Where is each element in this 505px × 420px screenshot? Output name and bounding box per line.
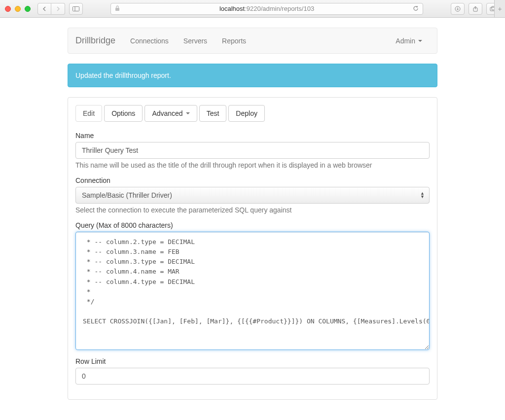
tab-options[interactable]: Options [104, 105, 143, 122]
svg-rect-0 [73, 6, 79, 11]
rowlimit-label: Row Limit [75, 357, 430, 365]
url-text: localhost:9220/admin/reports/103 [219, 5, 314, 12]
tab-advanced[interactable]: Advanced [144, 105, 197, 122]
back-button[interactable] [37, 3, 51, 15]
connection-select[interactable]: Sample/Basic (Thriller Driver) [75, 187, 430, 204]
query-textarea[interactable] [75, 232, 430, 350]
nav-admin-label: Admin [396, 37, 415, 45]
report-editor-panel: Edit Options Advanced Test Deploy Name T… [68, 97, 437, 400]
address-bar[interactable]: localhost:9220/admin/reports/103 [110, 3, 423, 15]
name-label: Name [75, 132, 430, 140]
page-viewport[interactable]: Drillbridge Connections Servers Reports … [0, 18, 505, 420]
caret-down-icon [186, 112, 190, 114]
browser-toolbar: localhost:9220/admin/reports/103 + [0, 0, 505, 18]
editor-tabs: Edit Options Advanced Test Deploy [75, 105, 430, 122]
name-input[interactable] [75, 142, 430, 159]
new-tab-button[interactable]: + [494, 0, 505, 17]
nav-admin-dropdown[interactable]: Admin [388, 30, 430, 52]
window-zoom-button[interactable] [25, 6, 31, 12]
tab-edit[interactable]: Edit [75, 105, 102, 122]
window-minimize-button[interactable] [15, 6, 21, 12]
query-label: Query (Max of 8000 characters) [75, 221, 430, 229]
downloads-button[interactable] [451, 3, 465, 15]
tab-test[interactable]: Test [199, 105, 227, 122]
alert-success: Updated the drillthrough report. [68, 64, 437, 87]
brand-link[interactable]: Drillbridge [75, 28, 123, 53]
connection-label: Connection [75, 176, 430, 184]
sidebar-toggle-button[interactable] [69, 3, 83, 15]
reload-icon[interactable] [413, 5, 419, 13]
traffic-lights [5, 6, 31, 12]
caret-down-icon [418, 40, 422, 42]
forward-button[interactable] [51, 3, 65, 15]
nav-reports[interactable]: Reports [215, 30, 253, 52]
alert-message: Updated the drillthrough report. [75, 71, 171, 79]
rowlimit-input[interactable] [75, 368, 430, 385]
svg-rect-2 [115, 8, 119, 11]
window-close-button[interactable] [5, 6, 11, 12]
connection-help: Select the connection to execute the par… [75, 206, 430, 214]
lock-icon [115, 5, 120, 12]
share-button[interactable] [469, 3, 482, 15]
app-navbar: Drillbridge Connections Servers Reports … [68, 28, 437, 54]
nav-connections[interactable]: Connections [123, 30, 176, 52]
tab-deploy[interactable]: Deploy [228, 105, 265, 122]
tab-advanced-label: Advanced [152, 109, 182, 117]
name-help: This name will be used as the title of t… [75, 161, 430, 169]
nav-servers[interactable]: Servers [176, 30, 215, 52]
